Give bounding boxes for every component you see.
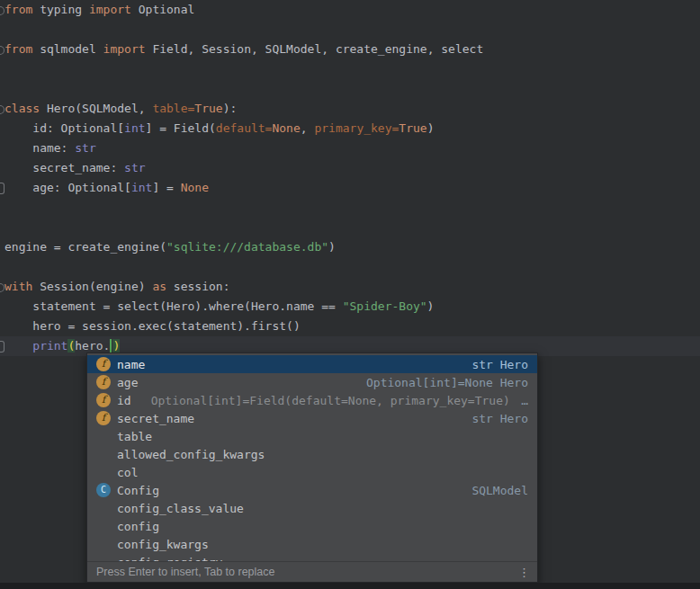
completion-item-label: secret_name (117, 412, 194, 425)
completion-item[interactable]: fidOptional[int]=Field(default=None, pri… (87, 391, 537, 409)
code-token: "Spider-Boy" (343, 299, 427, 313)
code-lines: from typing import Optionalfrom sqlmodel… (0, 0, 700, 356)
completion-item[interactable]: col (87, 463, 537, 481)
field-icon: f (96, 411, 111, 425)
icon-placeholder (96, 555, 111, 561)
icon-placeholder (96, 519, 111, 533)
completion-item-label: table (117, 430, 152, 443)
code-token (4, 339, 32, 353)
completion-item[interactable]: fsecret_namestr Hero (87, 409, 537, 427)
completion-item-label: col (117, 466, 138, 479)
completion-item[interactable]: config (87, 517, 537, 535)
code-token: int (131, 181, 152, 194)
field-icon: f (96, 357, 111, 371)
code-token: typing (32, 3, 89, 16)
icon-placeholder (96, 501, 111, 515)
completion-item-type-hint: SQLModel (471, 484, 528, 497)
icon-placeholder (96, 429, 111, 443)
code-token: as (152, 280, 166, 293)
code-line[interactable] (0, 218, 700, 237)
code-token: name: (4, 141, 75, 155)
completion-item[interactable]: config_kwargs (87, 535, 537, 553)
code-token: Optional (131, 3, 194, 16)
code-token: str (75, 141, 95, 155)
completion-item-label: config (117, 520, 159, 533)
code-token: from (4, 3, 32, 16)
code-token: Field, Session, SQLModel, create_engine,… (146, 42, 484, 56)
code-token: age: Optional[ (4, 181, 131, 194)
code-line[interactable]: statement = select(Hero).where(Hero.name… (0, 297, 700, 317)
completion-list[interactable]: fnamestr HerofageOptional[int]=None Hero… (87, 353, 537, 561)
completion-footer-hint: Press Enter to insert, Tab to replace (96, 566, 274, 578)
ide-editor-window: from typing import Optionalfrom sqlmodel… (0, 0, 700, 589)
code-line[interactable]: id: Optional[int] = Field(default=None, … (0, 119, 700, 138)
code-token: engine = create_engine( (4, 240, 166, 254)
gutter-bookmark-icon (0, 183, 4, 194)
code-line[interactable]: age: Optional[int] = None (0, 178, 700, 198)
code-line[interactable] (0, 257, 700, 277)
code-token: True (194, 102, 222, 115)
code-token: sqlmodel (32, 42, 103, 56)
completion-item[interactable]: config_class_value (87, 499, 537, 517)
completion-popup: fnamestr HerofageOptional[int]=None Hero… (86, 353, 538, 583)
code-token: default= (216, 121, 273, 135)
code-token: ] = (152, 181, 180, 194)
completion-item-type-hint: str Hero (471, 412, 528, 425)
code-line[interactable]: secret_name: str (0, 158, 700, 178)
code-token: True (399, 121, 426, 135)
code-line[interactable] (0, 79, 700, 99)
completion-item[interactable]: table (87, 427, 537, 445)
code-line[interactable]: from typing import Optional (0, 0, 700, 20)
completion-item[interactable]: config_registry (87, 553, 537, 561)
code-token: , (301, 121, 315, 135)
icon-placeholder (96, 537, 111, 551)
code-token: import (89, 3, 131, 16)
code-line[interactable] (0, 59, 700, 79)
icon-placeholder (96, 465, 111, 479)
code-token: Hero(SQLModel, (40, 102, 152, 115)
class-icon: C (96, 483, 111, 497)
code-line[interactable]: name: str (0, 138, 700, 158)
code-token: secret_name: (4, 161, 124, 174)
code-token: ) (427, 299, 435, 313)
code-token: ] = Field( (146, 121, 216, 135)
code-token: import (103, 42, 146, 56)
completion-item-label: Config (117, 484, 159, 497)
gutter-bookmark-icon (0, 341, 4, 353)
code-line[interactable]: engine = create_engine("sqlite:///databa… (0, 237, 700, 257)
code-line[interactable] (0, 198, 700, 218)
code-token: str (124, 161, 145, 174)
code-token: Session(engine) (32, 280, 152, 293)
field-icon: f (96, 393, 111, 407)
completion-item[interactable]: CConfigSQLModel (87, 481, 537, 499)
completion-item-label: id (117, 394, 131, 407)
completion-item[interactable]: fnamestr Hero (87, 355, 537, 373)
completion-item[interactable]: allowed_config_kwargs (87, 445, 537, 463)
code-token: with (4, 280, 32, 293)
code-token: table= (152, 102, 194, 115)
code-token: hero = session.exec(statement).first() (4, 319, 301, 333)
code-token: print (32, 339, 67, 353)
code-token: None (272, 121, 300, 135)
completion-item[interactable]: fageOptional[int]=None Hero (87, 373, 537, 391)
code-token: "sqlite:///database.db" (166, 240, 328, 254)
field-icon: f (96, 375, 111, 389)
code-token: None (181, 181, 209, 194)
completion-footer: Press Enter to insert, Tab to replace ⋮ (87, 561, 537, 582)
completion-item-signature: Optional[int]=Field(default=None, primar… (151, 394, 510, 407)
code-token: id: Optional[ (4, 121, 124, 135)
code-token: ) (427, 121, 435, 135)
code-token: class (4, 102, 40, 115)
code-line[interactable] (0, 20, 700, 40)
more-options-icon[interactable]: ⋮ (518, 566, 530, 579)
code-line[interactable]: with Session(engine) as session: (0, 277, 700, 297)
code-line[interactable]: class Hero(SQLModel, table=True): (0, 99, 700, 119)
completion-item-type-hint: … (521, 394, 528, 407)
code-line[interactable]: hero = session.exec(statement).first() (0, 317, 700, 336)
code-token: ) (112, 339, 120, 353)
completion-item-label: config_registry (117, 556, 222, 562)
completion-item-label: allowed_config_kwargs (117, 448, 265, 461)
code-token: ): (223, 102, 238, 115)
code-line[interactable]: from sqlmodel import Field, Session, SQL… (0, 40, 700, 59)
completion-item-label: config_kwargs (117, 538, 209, 551)
